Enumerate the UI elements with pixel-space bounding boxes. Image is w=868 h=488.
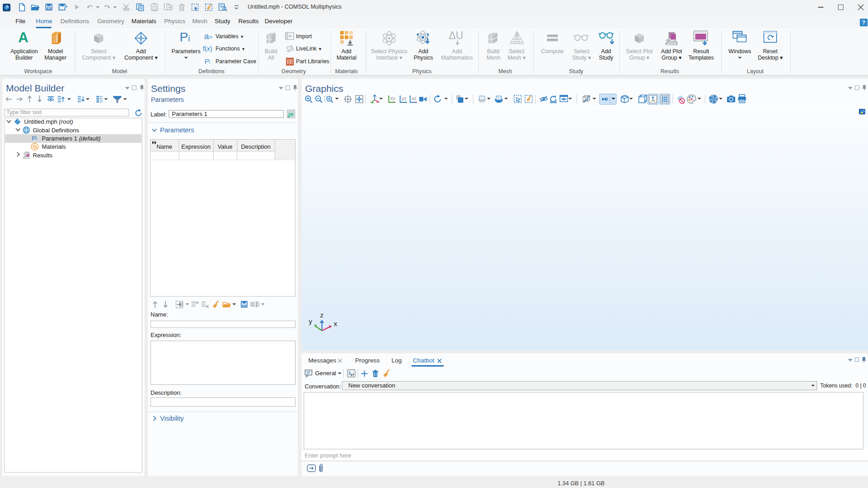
svg-text:y: y: [309, 317, 312, 325]
svg-text:xz: xz: [411, 96, 416, 101]
svg-text:xy: xy: [390, 96, 396, 101]
svg-text:x: x: [334, 320, 337, 327]
svg-text:z: z: [320, 311, 324, 319]
svg-text:yz: yz: [401, 96, 406, 101]
